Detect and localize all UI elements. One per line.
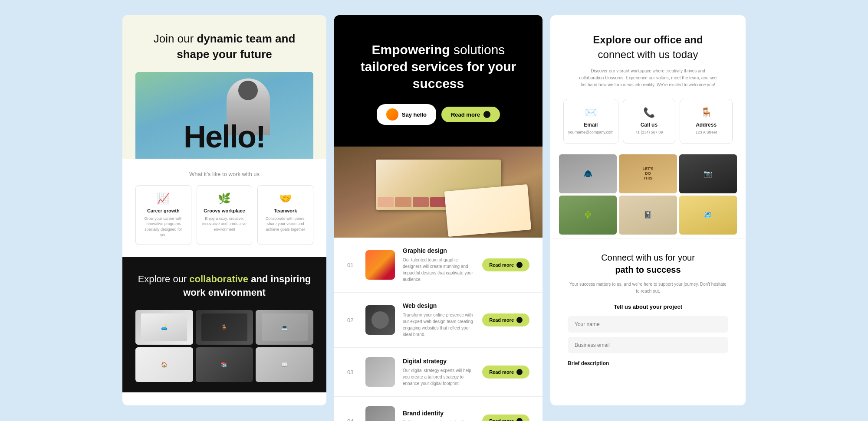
- p1-hero-title: Join our dynamic team and shape your fut…: [135, 31, 313, 62]
- p3-gallery-img-6: 🗺️: [679, 196, 737, 235]
- p1-dark-title: Explore our collaborative and inspiring …: [135, 273, 313, 300]
- service-btn-2[interactable]: Read more: [482, 366, 529, 379]
- contact-card-email: ✉️ Email yourname@company.com: [563, 99, 618, 144]
- p3-top-section: Explore our office and connect with us t…: [550, 15, 746, 99]
- service-btn-dot-1: [516, 317, 523, 323]
- email-icon: ✉️: [568, 107, 614, 118]
- our-values-link[interactable]: our values: [649, 75, 669, 80]
- contact-card-phone: 📞 Call us +1 (234) 567 89: [623, 99, 676, 144]
- panel-services: Empowering solutions tailored services f…: [334, 15, 542, 421]
- service-desc-2: Our digital strategy experts will help y…: [403, 367, 474, 387]
- p3-top-title: Explore our office and connect with us t…: [568, 33, 728, 62]
- service-desc-1: Transform your online presence with our …: [403, 312, 474, 338]
- service-num-0: 01: [347, 262, 358, 268]
- groovy-title: Groovy workplace: [202, 208, 247, 213]
- service-img-1: [365, 305, 395, 335]
- feature-card-career: 📈 Career growth Grow your career with in…: [135, 185, 191, 245]
- say-hello-button[interactable]: Say hello: [377, 104, 436, 125]
- read-more-dot-icon: [483, 111, 490, 118]
- phone-icon: 📞: [628, 107, 671, 118]
- service-title-0: Graphic design: [403, 247, 474, 254]
- service-btn-1[interactable]: Read more: [482, 313, 529, 326]
- p1-gallery: 🛋️ 🪑 💻 🏠 📚: [135, 310, 313, 382]
- service-num-2: 03: [347, 369, 358, 375]
- address-icon: 🪑: [684, 107, 728, 118]
- groovy-desc: Enjoy a cozy, creative, innovative and p…: [202, 216, 247, 232]
- p2-services-list: 01 Graphic design Our talented team of g…: [334, 238, 542, 421]
- gallery-img-3: 💻: [256, 310, 313, 345]
- feature-card-teamwork: 🤝 Teamwork Collaborate with peers, share…: [257, 185, 313, 245]
- service-info-3: Brand identity Build a memorable brand i…: [403, 410, 474, 421]
- p3-tell-us-label: Tell us about your project: [568, 304, 728, 310]
- p1-dark-section: Explore our collaborative and inspiring …: [122, 257, 326, 392]
- p1-features-list: 📈 Career growth Grow your career with in…: [135, 185, 313, 245]
- p1-hero-image: Hello!: [135, 72, 313, 159]
- teamwork-icon: 🤝: [263, 193, 308, 205]
- groovy-icon: 🌿: [202, 193, 247, 205]
- hello-text: Hello!: [184, 119, 265, 154]
- gallery-img-2: 🪑: [196, 310, 253, 345]
- p3-gallery-img-1: 🧥: [559, 154, 617, 193]
- email-value: yourname@company.com: [568, 130, 614, 136]
- contact-card-address: 🪑 Address 123 A Street: [680, 99, 733, 144]
- phone-title: Call us: [628, 122, 671, 128]
- feature-card-groovy: 🌿 Groovy workplace Enjoy a cozy, creativ…: [197, 185, 253, 245]
- career-icon: 📈: [141, 193, 186, 205]
- service-desc-0: Our talented team of graphic designers w…: [403, 257, 474, 283]
- service-img-0: [365, 250, 395, 280]
- service-img-3: [365, 406, 395, 421]
- p3-connect-section: Connect with us for your path to success…: [550, 238, 746, 382]
- p3-gallery-img-3: 📷: [679, 154, 737, 193]
- phone-value: +1 (234) 567 89: [628, 130, 671, 136]
- service-btn-dot-3: [516, 418, 523, 421]
- p3-gallery: 🧥 LET'SDOTHIS 📷 🌵 📓 🗺️: [550, 154, 746, 238]
- p3-gallery-img-5: 📓: [619, 196, 677, 235]
- panel-hiring: Join our dynamic team and shape your fut…: [122, 15, 326, 405]
- gallery-img-6: 📖: [256, 347, 313, 382]
- email-title: Email: [568, 122, 614, 128]
- gallery-img-1: 🛋️: [135, 310, 193, 345]
- p2-main-image: [334, 147, 542, 238]
- service-item-2: 03 Digital strategy Our digital strategy…: [334, 348, 542, 397]
- read-more-button[interactable]: Read more: [441, 107, 500, 122]
- p3-connect-title: Connect with us for your path to success: [568, 251, 728, 276]
- p2-hero-buttons: Say hello Read more: [352, 104, 525, 125]
- career-desc: Grow your career with innovative program…: [141, 216, 186, 238]
- p2-hero-title: Empowering solutions tailored services f…: [352, 41, 525, 92]
- p3-top-desc: Discover our vibrant workspace where cre…: [579, 68, 717, 88]
- p3-connect-desc: Your success matters to us, and we're he…: [568, 281, 728, 295]
- service-img-2: [365, 357, 395, 387]
- address-title: Address: [684, 122, 728, 128]
- service-item-0: 01 Graphic design Our talented team of g…: [334, 238, 542, 293]
- gallery-img-4: 🏠: [135, 347, 193, 382]
- panel-office: Explore our office and connect with us t…: [550, 15, 746, 405]
- service-btn-dot-0: [516, 262, 523, 268]
- service-info-0: Graphic design Our talented team of grap…: [403, 247, 474, 283]
- service-title-1: Web design: [403, 302, 474, 309]
- p3-gallery-img-2: LET'SDOTHIS: [619, 154, 677, 193]
- service-info-1: Web design Transform your online presenc…: [403, 302, 474, 338]
- p1-features-section: What it's like to work with us 📈 Career …: [122, 159, 326, 257]
- teamwork-title: Teamwork: [263, 208, 308, 213]
- p3-gallery-img-4: 🌵: [559, 196, 617, 235]
- service-num-3: 04: [347, 418, 358, 421]
- service-title-2: Digital strategy: [403, 358, 474, 365]
- service-item-1: 02 Web design Transform your online pres…: [334, 293, 542, 348]
- service-btn-3[interactable]: Read more: [482, 414, 529, 421]
- service-info-2: Digital strategy Our digital strategy ex…: [403, 358, 474, 387]
- gallery-img-5: 📚: [196, 347, 253, 382]
- p3-contact-cards: ✉️ Email yourname@company.com 📞 Call us …: [550, 99, 746, 154]
- service-title-3: Brand identity: [403, 410, 474, 417]
- p3-email-input[interactable]: [568, 337, 728, 353]
- service-btn-0[interactable]: Read more: [482, 258, 529, 271]
- career-title: Career growth: [141, 208, 186, 213]
- teamwork-desc: Collaborate with peers, share your visio…: [263, 216, 308, 232]
- service-item-3: 04 Brand identity Build a memorable bran…: [334, 397, 542, 421]
- p2-hero-section: Empowering solutions tailored services f…: [334, 15, 542, 147]
- p1-features-label: What it's like to work with us: [135, 171, 313, 177]
- service-btn-dot-2: [516, 369, 523, 375]
- address-value: 123 A Street: [684, 130, 728, 136]
- p3-name-input[interactable]: [568, 316, 728, 333]
- avatar-icon: [386, 108, 398, 121]
- service-num-1: 02: [347, 317, 358, 323]
